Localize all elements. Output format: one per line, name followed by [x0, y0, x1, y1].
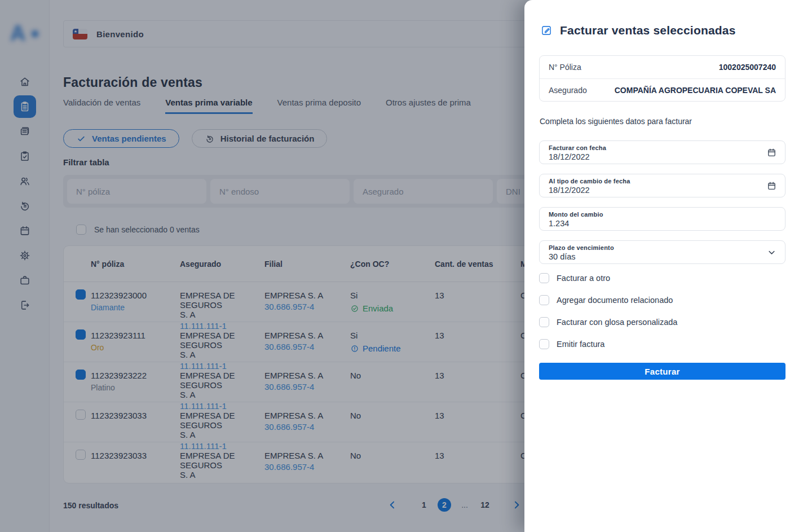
- modal-checkbox[interactable]: [539, 339, 549, 349]
- calendar-icon[interactable]: [766, 147, 777, 158]
- modal-checkbox-row: Facturar a otro: [539, 273, 785, 283]
- info-label: Asegurado: [549, 86, 587, 95]
- modal-checkbox-row: Agregar documento relacionado: [539, 295, 785, 305]
- facturar-modal: Facturar ventas seleccionadas N° Póliza …: [524, 0, 812, 532]
- chevron-down-icon[interactable]: [766, 247, 777, 258]
- info-label: N° Póliza: [549, 63, 581, 72]
- modal-checkbox-row: Emitir factura: [539, 339, 785, 349]
- modal-fields: Facturar con fecha 18/12/2022 Al tipo de…: [539, 140, 785, 264]
- field-label: Facturar con fecha: [549, 144, 760, 151]
- modal-title: Facturar ventas seleccionadas: [560, 24, 736, 37]
- modal-checkbox-label: Facturar con glosa personalizada: [557, 318, 677, 327]
- modal-checkbox[interactable]: [539, 273, 549, 283]
- info-row-poliza: N° Póliza 1002025007240: [540, 56, 785, 78]
- modal-field-2[interactable]: Monto del cambio 1.234: [539, 207, 785, 231]
- modal-checkbox[interactable]: [539, 317, 549, 327]
- edit-icon: [540, 24, 553, 37]
- field-label: Al tipo de cambio de fecha: [549, 178, 760, 184]
- modal-field-3[interactable]: Plazo de vencimiento 30 días: [539, 240, 785, 264]
- modal-subtitle: Completa los siguientes datos para factu…: [540, 117, 692, 126]
- field-value: 18/12/2022: [549, 152, 760, 161]
- calendar-icon[interactable]: [766, 181, 777, 191]
- modal-field-0[interactable]: Facturar con fecha 18/12/2022: [539, 140, 785, 164]
- info-icon[interactable]: [613, 340, 622, 349]
- modal-checkbox-label: Agregar documento relacionado: [557, 296, 673, 305]
- modal-checkbox-label: Emitir factura: [557, 340, 604, 349]
- field-value: 1.234: [549, 219, 760, 228]
- info-value-poliza: 1002025007240: [719, 63, 776, 72]
- info-row-asegurado: Asegurado COMPAÑÍA AGROPECUARIA COPEVAL …: [540, 78, 785, 101]
- modal-checkbox-row: Facturar con glosa personalizada: [539, 317, 785, 327]
- field-label: Monto del cambio: [549, 211, 760, 218]
- modal-checkbox[interactable]: [539, 295, 549, 305]
- modal-checkboxes: Facturar a otro Agregar documento relaci…: [539, 273, 785, 349]
- policy-info-card: N° Póliza 1002025007240 Asegurado COMPAÑ…: [539, 55, 785, 102]
- field-value: 18/12/2022: [549, 186, 760, 195]
- field-label: Plazo de vencimiento: [549, 244, 760, 251]
- field-value: 30 días: [549, 252, 760, 261]
- info-value-asegurado: COMPAÑÍA AGROPECUARIA COPEVAL SA: [615, 86, 776, 95]
- modal-checkbox-label: Facturar a otro: [557, 274, 610, 283]
- modal-field-1[interactable]: Al tipo de cambio de fecha 18/12/2022: [539, 174, 785, 197]
- facturar-button[interactable]: Facturar: [539, 363, 785, 380]
